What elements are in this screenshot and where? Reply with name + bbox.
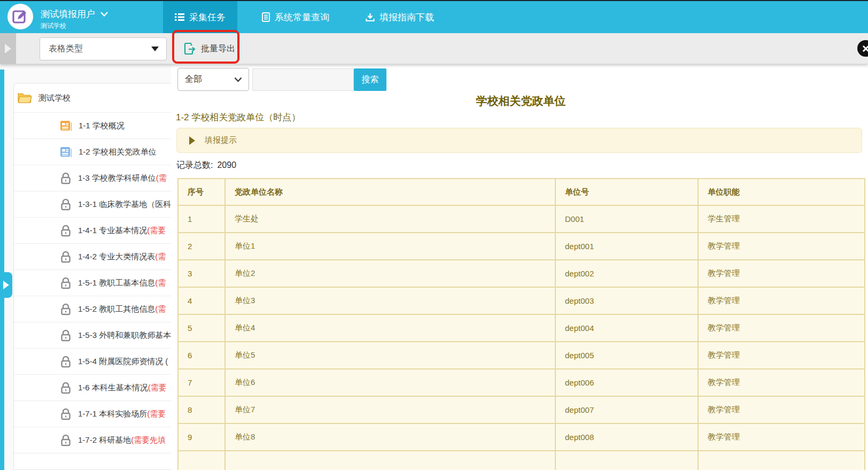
cell-index: 4 <box>178 287 225 314</box>
cell-index: 9 <box>178 423 225 451</box>
header-unit-function: 单位职能 <box>698 179 865 205</box>
cell-unit-function: 教学管理 <box>698 233 865 260</box>
cell-unit-code: dept003 <box>555 287 698 314</box>
tree-item-1-5-2[interactable]: 1-5-2 教职工其他信息 (需 <box>14 296 171 322</box>
cell-unit-name: 单位3 <box>225 287 555 314</box>
cell-unit-code: dept005 <box>555 342 698 369</box>
tab-label: 采集任务 <box>189 11 226 24</box>
user-menu[interactable]: 测试填报用户 <box>41 8 108 20</box>
tree-item-1-3[interactable]: 1-3 学校教学科研单位 (需 <box>14 165 171 191</box>
cell-index: 7 <box>178 369 225 396</box>
cell-unit-name: 学生处 <box>225 205 555 233</box>
tree-item-1-1[interactable]: 1-1 学校概况 <box>14 112 171 138</box>
main-content: 全部 搜索 学校相关党政单位 1-2 学校相关党政单位（时点） 填报提示 记录总… <box>171 64 868 470</box>
tree-item-label: 1-3 学校教学科研单位 <box>78 173 156 183</box>
search-button[interactable]: 搜索 <box>354 68 386 91</box>
tab-guide-download[interactable]: 填报指南下载 <box>354 1 446 33</box>
cell-unit-function: 教学管理 <box>698 287 865 314</box>
user-org-label: 测试学校 <box>41 21 66 30</box>
tab-system-constants[interactable]: 系统常量查询 <box>250 1 341 33</box>
table-header-row: 序号 党政单位名称 单位号 单位职能 <box>178 179 865 205</box>
folder-open-icon <box>17 92 32 104</box>
cell-unit-code: dept002 <box>555 260 698 287</box>
arrow-right-icon <box>5 44 11 53</box>
record-count: 记录总数:2090 <box>176 160 236 171</box>
table-row: 9 单位8 dept008 教学管理 <box>178 423 865 451</box>
scope-filter-value: 全部 <box>185 74 202 85</box>
arrow-right-icon <box>189 136 195 145</box>
top-navbar: 测试填报用户 测试学校 采集任务 <box>0 1 868 33</box>
hint-expander[interactable]: 填报提示 <box>176 128 862 153</box>
user-name-label: 测试填报用户 <box>41 8 95 20</box>
form-icon-blue <box>60 147 72 158</box>
app-logo <box>7 4 33 29</box>
sidebar-expand-handle[interactable] <box>0 272 12 298</box>
export-icon <box>184 42 196 55</box>
tree-root-school[interactable]: 测试学校 <box>14 83 171 112</box>
cell-index: 2 <box>178 233 225 260</box>
tab-label: 系统常量查询 <box>275 11 329 24</box>
tree-item-1-5-1[interactable]: 1-5-1 教职工基本信息 (需 <box>14 269 171 296</box>
cell-unit-function: 教学管理 <box>698 342 865 369</box>
lock-icon <box>60 277 72 289</box>
list-icon <box>175 13 184 21</box>
arrow-right-icon <box>3 281 9 289</box>
tree-item-1-3-1[interactable]: 1-3-1 临床教学基地（医科 <box>14 191 171 217</box>
sidebar-collapse-button[interactable] <box>0 33 16 64</box>
cell-index: 1 <box>178 205 225 233</box>
chevron-down-icon <box>100 12 108 17</box>
tree-item-label: 1-7-1 本科实验场所 <box>78 409 147 419</box>
cell-unit-name: 单位5 <box>225 342 555 369</box>
download-icon <box>366 13 375 22</box>
main-tabs: 采集任务 系统常量查询 <box>163 1 446 33</box>
tree-item-1-5-4[interactable]: 1-5-4 附属医院师资情况 ( <box>14 348 171 374</box>
tree-item-1-7-2[interactable]: 1-7-2 科研基地 (需要先填 <box>14 427 171 453</box>
page-subtitle: 1-2 学校相关党政单位（时点） <box>176 111 300 124</box>
tree-item-1-7-1[interactable]: 1-7-1 本科实验场所 (需要 <box>14 400 171 427</box>
tree-item-label: 1-1 学校概况 <box>79 121 125 131</box>
tree-item-label: 1-5-2 教职工其他信息 <box>78 304 155 314</box>
chevron-down-icon <box>234 77 242 82</box>
search-input[interactable] <box>252 68 354 91</box>
tree-item-label: 1-6 本科生基本情况 <box>78 383 148 393</box>
hint-label: 填报提示 <box>205 135 237 145</box>
tree-item-1-4-1[interactable]: 1-4-1 专业基本情况 (需要 <box>14 217 171 243</box>
cell-index: 6 <box>178 342 225 369</box>
tree-item-label: 1-5-1 教职工基本信息 <box>78 278 155 288</box>
table-type-value: 表格类型 <box>49 43 83 55</box>
tab-collect-tasks[interactable]: 采集任务 <box>163 1 237 33</box>
cell-unit-code: dept004 <box>555 314 698 342</box>
table-row: 3 单位2 dept002 教学管理 <box>178 260 865 287</box>
batch-export-label: 批量导出 <box>201 43 235 55</box>
secondary-toolbar: 表格类型 批量导出 <box>0 33 868 64</box>
cell-unit-function: 教学管理 <box>698 369 865 396</box>
caret-down-icon <box>151 47 159 51</box>
lock-icon <box>60 408 72 420</box>
cell-unit-code: dept008 <box>555 423 698 451</box>
tree-item-1-2[interactable]: 1-2 学校相关党政单位 <box>14 138 171 165</box>
tree-item-1-5-3[interactable]: 1-5-3 外聘和兼职教师基本 <box>14 322 171 348</box>
scope-filter-select[interactable]: 全部 <box>177 68 249 91</box>
lock-icon <box>60 434 72 446</box>
cell-unit-function: 教学管理 <box>698 396 865 423</box>
tree-item-label: 1-3-1 临床教学基地（医科 <box>78 199 171 210</box>
tree-item-1-4-2[interactable]: 1-4-2 专业大类情况表 (需 <box>14 243 171 269</box>
record-count-value: 2090 <box>217 160 236 169</box>
cell-index: 5 <box>178 314 225 342</box>
cell-unit-code: dept006 <box>555 369 698 396</box>
table-row-partial <box>178 451 865 470</box>
tree-item-1-6[interactable]: 1-6 本科生基本情况 (需要 <box>14 374 171 400</box>
cell-unit-name: 单位2 <box>225 260 555 287</box>
tree-item-label: 1-7-2 科研基地 <box>78 435 131 445</box>
batch-export-button[interactable]: 批量导出 <box>180 33 239 64</box>
close-button[interactable] <box>857 40 868 57</box>
lock-icon <box>60 251 72 263</box>
table-row: 5 单位4 dept004 教学管理 <box>178 314 865 342</box>
cell-unit-code: dept001 <box>555 233 698 260</box>
tree-item-label: 1-5-4 附属医院师资情况 ( <box>78 357 168 367</box>
tree-item-label: 1-5-3 外聘和兼职教师基本 <box>78 330 171 341</box>
table-row: 4 单位3 dept003 教学管理 <box>178 287 865 314</box>
cell-unit-function: 学生管理 <box>698 205 865 233</box>
edit-pencil-icon <box>12 9 28 25</box>
table-type-select[interactable]: 表格类型 <box>40 37 167 60</box>
